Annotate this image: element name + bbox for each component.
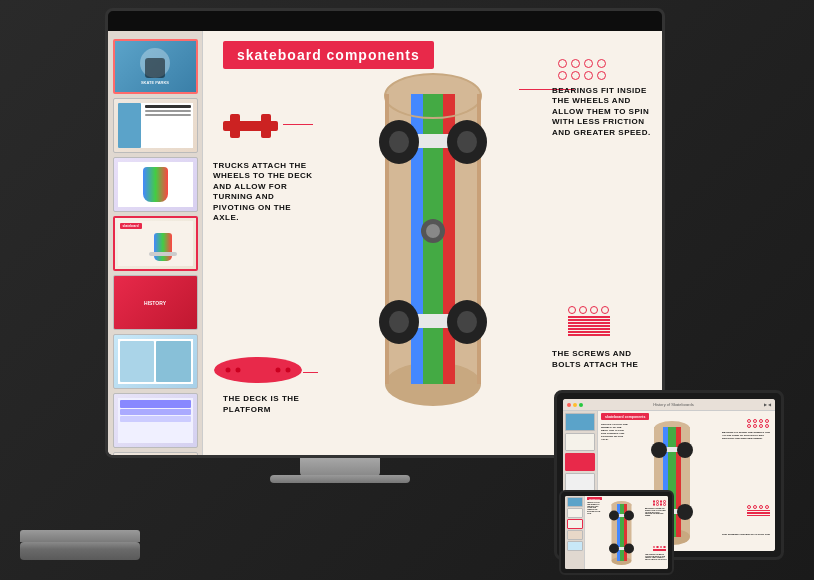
svg-rect-27: [261, 114, 271, 138]
slide-thumb-1[interactable]: SKATE PARKS: [113, 39, 198, 94]
svg-rect-26: [230, 114, 240, 138]
screws-area: [568, 306, 610, 337]
svg-rect-49: [620, 504, 624, 561]
svg-point-21: [389, 311, 409, 333]
svg-point-15: [457, 131, 477, 153]
slide-thumb-3[interactable]: [113, 157, 198, 212]
svg-point-29: [226, 368, 231, 373]
screws-annotation: THE SCREWS AND BOLTS ATTACH THE: [552, 349, 657, 370]
deck-illustration: [213, 355, 303, 385]
slide-thumb-6[interactable]: [113, 334, 198, 389]
mac-mini: [20, 542, 140, 560]
monitor-foot: [270, 475, 410, 483]
iphone: skateboard TRUCK: [559, 490, 674, 575]
svg-point-52: [609, 511, 619, 521]
svg-point-44: [677, 504, 693, 520]
skateboard-illustration: [303, 46, 563, 446]
svg-point-22: [457, 311, 477, 333]
slide-thumb-2[interactable]: [113, 98, 198, 153]
svg-point-41: [677, 442, 693, 458]
slide-thumb-8[interactable]: [113, 452, 198, 455]
svg-point-55: [609, 544, 619, 554]
trucks-line: [283, 124, 313, 125]
ipad-topbar: History of Skateboards ▶ ◀: [563, 399, 775, 411]
svg-point-32: [286, 368, 291, 373]
slide-thumb-5[interactable]: HISTORY: [113, 275, 198, 330]
bearings-dots: [558, 59, 607, 80]
svg-rect-38: [676, 427, 681, 537]
slide-thumb-7[interactable]: [113, 393, 198, 448]
svg-point-56: [624, 544, 634, 554]
svg-point-30: [236, 368, 241, 373]
svg-point-14: [389, 131, 409, 153]
deck-annotation: THE DECK IS THE PLATFORM: [223, 394, 313, 415]
svg-point-40: [651, 442, 667, 458]
deck-line: [303, 372, 318, 373]
trucks-icon: [218, 106, 283, 156]
slide-panel: SKATE PARKS: [108, 31, 203, 455]
bearings-annotation: BEARINGS FIT INSIDE THE WHEELS AND ALLOW…: [552, 86, 657, 138]
trucks-annotation: TRUCKS ATTACH THE WHEELS TO THE DECK AND…: [213, 161, 313, 223]
svg-point-53: [624, 511, 634, 521]
svg-point-31: [276, 368, 281, 373]
iphone-screen: skateboard TRUCK: [565, 496, 668, 569]
monitor-stand: [300, 456, 380, 476]
slide-thumb-4[interactable]: skateboard: [113, 216, 198, 271]
svg-point-24: [426, 224, 440, 238]
mac-mini-base: [20, 530, 140, 542]
